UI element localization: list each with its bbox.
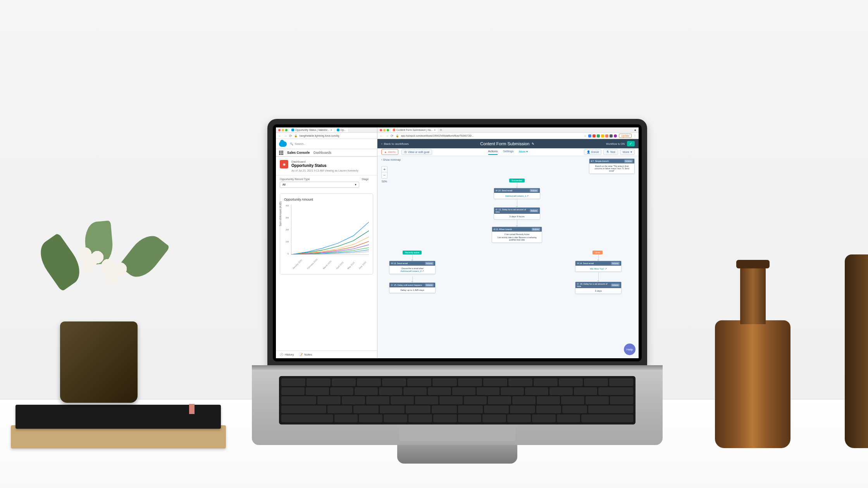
url-text[interactable]: app.hubspot.com/workflows/19941549/platf… xyxy=(401,134,582,137)
chart-title: Opportunity Amount xyxy=(284,198,369,201)
minimize-dot[interactable] xyxy=(282,129,284,131)
tab-label: Opportunity Status | Salesfor... xyxy=(295,129,329,131)
workflow-node-15[interactable]: ⏲ 15. Delay until event happensActions D… xyxy=(389,282,436,293)
update-button[interactable]: Update xyxy=(619,134,632,138)
filter-record-type[interactable]: All ▾ xyxy=(280,182,359,188)
pencil-icon[interactable]: ✎ xyxy=(532,142,534,146)
maximize-dot[interactable] xyxy=(285,129,288,131)
help-button[interactable]: Help xyxy=(624,344,636,355)
salesforce-nav: Sales Console Dashboards xyxy=(276,149,377,157)
salesforce-header: 🔍 Search... xyxy=(276,139,377,149)
back-icon[interactable]: ← xyxy=(380,134,383,138)
workflow-node-11[interactable]: ⏲ 11. Delay for a set amount of timeActi… xyxy=(494,207,540,220)
app-name[interactable]: Sales Console xyxy=(287,151,310,155)
dashboard-icon: ◉ xyxy=(280,160,288,168)
chevron-down-icon: ▾ xyxy=(630,150,632,154)
lock-icon: 🔒 xyxy=(294,134,298,137)
workflow-node-7[interactable]: ⑆ 7. Simple branchActions Branch on the … xyxy=(589,158,635,174)
laptop-foot xyxy=(397,445,517,464)
branch-tag-succeeded: Succeeded xyxy=(509,179,525,182)
filter-value: All xyxy=(282,183,286,186)
forward-icon[interactable]: → xyxy=(284,134,287,138)
goal-button[interactable]: ◎View or edit goal xyxy=(401,149,432,155)
more-button[interactable]: More▾ xyxy=(620,149,635,155)
extension-icon[interactable] xyxy=(588,134,591,137)
zoom-out-button[interactable]: − xyxy=(381,172,388,179)
tab-more[interactable]: More▾ xyxy=(519,149,528,155)
opportunity-chart: Opportunity Amount Sum of Amount (AUD) 4… xyxy=(280,193,373,275)
page-title: Content Form Submission ✎ xyxy=(480,141,534,146)
laptop: Opportunity Status | Salesfor... × Op... xyxy=(252,119,663,464)
laptop-base xyxy=(252,368,663,445)
tab-settings[interactable]: Settings xyxy=(503,149,513,155)
search-icon: 🔍 xyxy=(290,143,293,146)
reload-icon[interactable]: ⟳ xyxy=(391,134,394,138)
zoom-in-button[interactable]: + xyxy=(381,166,388,172)
workflow-node-10[interactable]: ✉ 10. Send emailActions AdditionalConten… xyxy=(494,188,540,199)
close-dot[interactable] xyxy=(380,129,382,131)
alerts-button[interactable]: ▲Alerts xyxy=(381,149,398,155)
zoom-level: 50% xyxy=(381,180,388,183)
chevron-down-icon: ▾ xyxy=(355,183,356,186)
dashboard-filters: Opportunity Record Type All ▾ Stage xyxy=(276,175,377,190)
workflow-node-12[interactable]: ⑆ 12. If/then branchActions If the conta… xyxy=(492,227,542,243)
address-bar: ← → ⟳ 🔒 bangthetable.lightning.force.com… xyxy=(276,133,377,139)
extension-icon[interactable] xyxy=(592,134,596,137)
history-button[interactable]: 🕐History xyxy=(280,353,294,356)
close-icon[interactable]: × xyxy=(331,129,332,131)
dashboard-label: Dashboard xyxy=(291,160,358,163)
browser-tab-hubspot[interactable]: Content Form Submission | Hu... × xyxy=(391,128,437,132)
chevron-left-icon: ‹ xyxy=(381,142,382,146)
search-input[interactable]: 🔍 Search... xyxy=(290,143,348,146)
window-close-icon[interactable]: ● xyxy=(634,128,636,132)
filter-label: Opportunity Record Type xyxy=(280,178,359,180)
url-text[interactable]: bangthetable.lightning.force.com/lig xyxy=(300,134,339,137)
puzzle-icon[interactable] xyxy=(610,134,613,137)
new-tab-button[interactable]: + xyxy=(438,128,444,132)
star-icon[interactable]: ☆ xyxy=(584,134,586,137)
tab-label: Op... xyxy=(341,129,346,131)
tab-actions[interactable]: Actions xyxy=(488,149,498,155)
close-icon[interactable]: × xyxy=(434,129,436,131)
test-button[interactable]: ⚗Test xyxy=(603,149,618,155)
show-minimap-button[interactable]: › Show minimap xyxy=(381,158,401,161)
amber-bottle-2 xyxy=(845,254,868,448)
close-dot[interactable] xyxy=(278,129,281,131)
workflow-node-14[interactable]: ✉ 14. Send emailActions We Miss You! ↗ xyxy=(575,261,622,272)
back-to-workflows[interactable]: ‹ Back to workflows xyxy=(381,142,409,146)
salesforce-window: Opportunity Status | Salesfor... × Op... xyxy=(276,127,377,358)
x-axis-ticks: January 2020 February 2020 March 2020 Ap… xyxy=(291,268,369,270)
workflow-toggle[interactable]: ✓ xyxy=(627,141,635,146)
notes-button[interactable]: 📝Notes xyxy=(299,353,312,356)
salesforce-icon xyxy=(291,129,294,131)
branch-tag-recently-active: Recently active xyxy=(403,251,422,254)
lock-icon: 🔒 xyxy=(396,134,399,137)
salesforce-logo-icon[interactable] xyxy=(279,141,287,147)
chevron-down-icon: ▾ xyxy=(526,150,528,153)
toggle-label: Workflow is ON xyxy=(606,143,625,145)
browser-tab-2[interactable]: Op... xyxy=(335,128,348,132)
workflow-node-16[interactable]: ⏲ 16. Delay for a set amount of timeActi… xyxy=(575,282,622,294)
extension-icon[interactable] xyxy=(605,134,608,137)
amber-bottle xyxy=(715,254,790,448)
back-icon[interactable]: ← xyxy=(278,134,282,138)
menu-icon[interactable]: ⋮ xyxy=(634,134,636,137)
maximize-dot[interactable] xyxy=(387,129,389,131)
workflow-node-13[interactable]: ✉ 13. Send emailActions Choose the to em… xyxy=(389,261,436,274)
browser-tab-salesforce[interactable]: Opportunity Status | Salesfor... × xyxy=(289,128,334,132)
workflow-canvas[interactable]: › Show minimap + − 50% ⑆ 7. Simple branc… xyxy=(377,156,639,358)
branch-tag-other: Other xyxy=(592,251,603,254)
enroll-button[interactable]: 👤Enroll xyxy=(584,149,601,155)
dashboard-footer: 🕐History 📝Notes xyxy=(276,351,377,358)
extension-icon[interactable] xyxy=(601,134,604,137)
forward-icon[interactable]: → xyxy=(385,134,389,138)
nav-dashboards[interactable]: Dashboards xyxy=(313,151,331,155)
reload-icon[interactable]: ⟳ xyxy=(289,134,292,138)
window-controls: Content Form Submission | Hu... × + ● xyxy=(377,127,639,133)
app-launcher-icon[interactable] xyxy=(279,151,283,155)
minimize-dot[interactable] xyxy=(383,129,386,131)
extension-icon[interactable] xyxy=(597,134,600,137)
avatar[interactable] xyxy=(614,134,617,137)
dashboard-meta: As of Jul 23, 2021 9:13 AM Viewing as La… xyxy=(291,169,358,172)
zoom-controls: + − 50% xyxy=(381,166,388,183)
